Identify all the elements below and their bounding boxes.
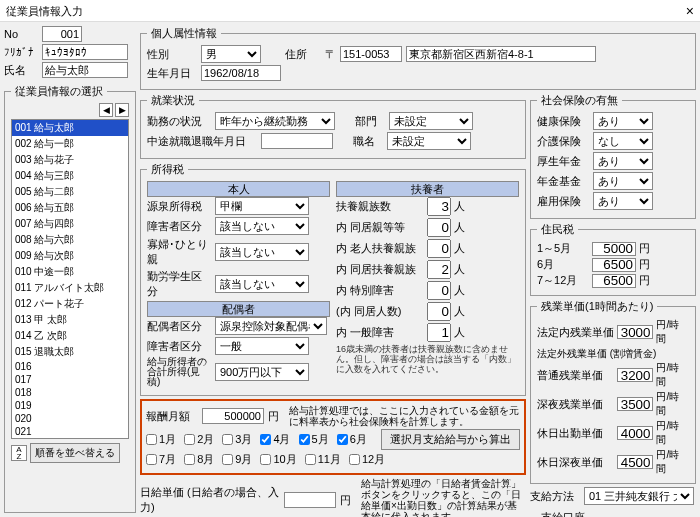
sex-label: 性別 [147, 47, 197, 62]
dep-header: 扶養者 [336, 181, 519, 197]
kaigo-select[interactable]: なし [593, 132, 653, 150]
sort-icon: AZ [11, 445, 27, 461]
cb-m10[interactable]: 10月 [260, 452, 296, 467]
employee-item[interactable]: 009 給与次郎 [12, 248, 128, 264]
employee-item[interactable]: 018 [12, 386, 128, 399]
zip-mark: 〒 [325, 47, 336, 62]
employee-item[interactable]: 019 [12, 399, 128, 412]
employee-item[interactable]: 001 給与太郎 [12, 120, 128, 136]
widow-select[interactable]: 該当しない [215, 243, 309, 261]
koyo-select[interactable]: あり [593, 192, 653, 210]
spouse-ku-select[interactable]: 源泉控除対象配偶者 [215, 317, 327, 335]
calc-button[interactable]: 選択月支給給与から算出 [381, 429, 520, 450]
cb-m5[interactable]: 5月 [299, 432, 329, 447]
est-select[interactable]: 900万円以下 [215, 363, 309, 381]
list-legend: 従業員情報の選択 [11, 84, 107, 99]
employee-item[interactable]: 015 退職太郎 [12, 344, 128, 360]
post-select[interactable]: 未設定 [387, 132, 471, 150]
student-select[interactable]: 該当しない [215, 275, 309, 293]
prev-button[interactable]: ◀ [99, 103, 113, 117]
post-label: 職名 [353, 134, 383, 149]
cb-m7[interactable]: 7月 [146, 452, 176, 467]
kenpo-select[interactable]: あり [593, 112, 653, 130]
pay-method-select[interactable]: 01 三井純友銀行 大塚支店 [584, 487, 694, 505]
kikin-select[interactable]: あり [593, 172, 653, 190]
bank-fieldset: 支給口座 預金種類1:普通 2:当座 口座番号 [530, 510, 696, 517]
birth-field[interactable] [201, 65, 281, 81]
name-field[interactable] [42, 62, 128, 78]
next-button[interactable]: ▶ [115, 103, 129, 117]
daily-field[interactable] [284, 492, 336, 508]
cb-m8[interactable]: 8月 [184, 452, 214, 467]
cb-m4[interactable]: 4月 [260, 432, 290, 447]
employee-item[interactable]: 017 [12, 373, 128, 386]
self-header: 本人 [147, 181, 330, 197]
tax-legend: 所得税 [147, 162, 188, 177]
gensen-select[interactable]: 甲欄 [215, 197, 309, 215]
cb-m11[interactable]: 11月 [305, 452, 341, 467]
cb-m1[interactable]: 1月 [146, 432, 176, 447]
addr-label: 住所 [285, 47, 321, 62]
monthly-pay-box: 報酬月額 円 給与計算処理では、ここに入力されている金額を元に料率表から社会保険… [140, 399, 526, 475]
personal-fieldset: 個人属性情報 性別 男 住所 〒 生年月日 [140, 26, 696, 90]
employee-item[interactable]: 004 給与三郎 [12, 168, 128, 184]
employee-item[interactable]: 011 アルバイト太郎 [12, 280, 128, 296]
cb-m2[interactable]: 2月 [184, 432, 214, 447]
dep-count[interactable] [427, 197, 451, 216]
work-legend: 就業状況 [147, 93, 199, 108]
employee-item[interactable]: 010 中途一郎 [12, 264, 128, 280]
dept-label: 部門 [355, 114, 385, 129]
zip-field[interactable] [340, 46, 402, 62]
spouse-header: 配偶者 [147, 301, 330, 317]
daily-label: 日給単価 (日給者の場合、入力) [140, 485, 280, 515]
furigana-field[interactable] [42, 44, 128, 60]
month-sal-field[interactable] [202, 408, 264, 424]
employee-item[interactable]: 020 [12, 412, 128, 425]
employee-item[interactable]: 008 給与六郎 [12, 232, 128, 248]
no-label: No [4, 28, 38, 40]
restax-fieldset: 住民税 1～5月円 6月円 7～12月円 [530, 222, 696, 296]
employee-item[interactable]: 006 給与五郎 [12, 200, 128, 216]
shogai-select[interactable]: 該当しない [215, 217, 309, 235]
sex-select[interactable]: 男 [201, 45, 261, 63]
employee-list[interactable]: 001 給与太郎002 給与一郎003 給与花子004 給与三郎005 給与二郎… [11, 119, 129, 439]
kousei-select[interactable]: あり [593, 152, 653, 170]
addr-field[interactable] [406, 46, 596, 62]
leave-label: 中途就職退職年月日 [147, 134, 257, 149]
sort-button[interactable]: 順番を並べ替える [30, 443, 120, 463]
work-status-label: 勤務の状況 [147, 114, 211, 129]
employee-item[interactable]: 016 [12, 360, 128, 373]
cb-m12[interactable]: 12月 [349, 452, 385, 467]
cb-m9[interactable]: 9月 [222, 452, 252, 467]
employee-item[interactable]: 012 パート花子 [12, 296, 128, 312]
overtime-fieldset: 残業単価(1時間あたり) 法定内残業単価円/時間 法定外残業単価 (割増賃金) … [530, 299, 696, 484]
furigana-label: ﾌﾘｶﾞﾅ [4, 46, 38, 58]
employee-item[interactable]: 013 甲 太郎 [12, 312, 128, 328]
no-field[interactable] [42, 26, 82, 42]
work-status-select[interactable]: 昨年から継続勤務 [215, 112, 335, 130]
month-sal-label: 報酬月額 [146, 409, 198, 424]
cb-m3[interactable]: 3月 [222, 432, 252, 447]
insurance-fieldset: 社会保険の有無 健康保険あり 介護保険なし 厚生年金あり 年金基金あり 雇用保険… [530, 93, 696, 219]
dept-select[interactable]: 未設定 [389, 112, 473, 130]
employee-item[interactable]: 007 給与四郎 [12, 216, 128, 232]
work-fieldset: 就業状況 勤務の状況 昨年から継続勤務 部門 未設定 中途就職退職年月日 職名 … [140, 93, 526, 159]
employee-item[interactable]: 003 給与花子 [12, 152, 128, 168]
birth-label: 生年月日 [147, 66, 197, 81]
spouse-sh-select[interactable]: 一般 [215, 337, 309, 355]
employee-item[interactable]: 005 給与二郎 [12, 184, 128, 200]
cb-m6[interactable]: 6月 [337, 432, 367, 447]
employee-item[interactable]: 002 給与一郎 [12, 136, 128, 152]
close-icon[interactable]: × [686, 0, 694, 21]
window-title: 従業員情報入力 [6, 0, 83, 21]
employee-item[interactable]: 014 乙 次郎 [12, 328, 128, 344]
name-label: 氏名 [4, 63, 38, 78]
personal-legend: 個人属性情報 [147, 26, 221, 41]
tax-fieldset: 所得税 本人 源泉所得税甲欄 障害者区分該当しない 寡婦･ひとり親該当しない 勤… [140, 162, 526, 396]
dep-note: 16歳未満の扶養者は扶養親族数に含めません。但し、障害者の場合は該当する「内数」… [336, 344, 519, 374]
employee-item[interactable]: 022 [12, 438, 128, 439]
leave-field[interactable] [261, 133, 333, 149]
employee-item[interactable]: 021 [12, 425, 128, 438]
